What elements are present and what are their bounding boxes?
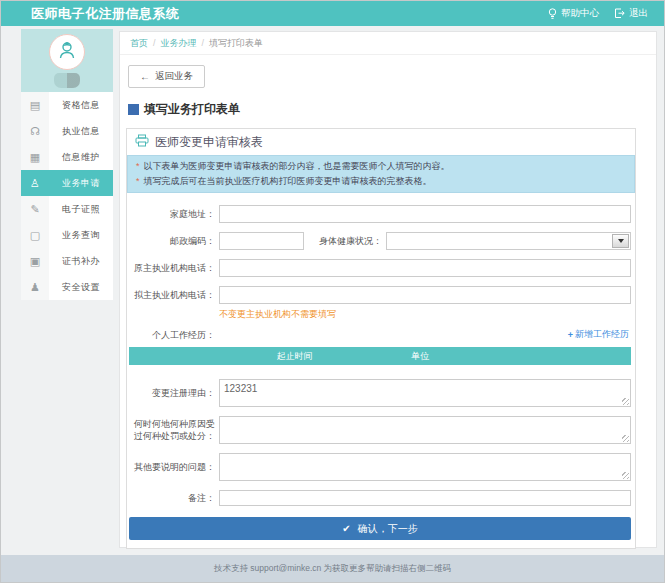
- footer-support-text: 技术支持 support@minke.cn 为获取更多帮助请扫描右侧二维码: [214, 563, 451, 575]
- notice-line: * 填写完成后可在当前执业医疗机构打印医师变更申请审核表的完整表格。: [136, 174, 626, 189]
- sidebar-item-business-query[interactable]: ▢ 业务查询: [21, 222, 113, 248]
- change-reason-textarea-wrap: 123231: [219, 379, 631, 407]
- column-header-period: 起止时间: [277, 347, 313, 365]
- remark-label: 备注：: [127, 492, 215, 504]
- back-to-business-button[interactable]: ← 返回业务: [128, 65, 205, 88]
- form-body: 家庭地址： 邮政编码： 身体健康状况： 原主执业机构电话： 拟主执业机: [127, 193, 635, 540]
- breadcrumb-home[interactable]: 首页: [130, 37, 148, 50]
- breadcrumb-separator: /: [202, 38, 205, 48]
- avatar-block: [21, 29, 113, 92]
- lightbulb-icon: [548, 8, 557, 20]
- person-icon: ♙: [21, 170, 49, 196]
- sidebar-item-qualification-info[interactable]: ▤ 资格信息: [21, 92, 113, 118]
- page-footer: 技术支持 support@minke.cn 为获取更多帮助请扫描右侧二维码: [1, 555, 664, 582]
- breadcrumb-business[interactable]: 业务办理: [161, 37, 197, 50]
- sidebar-item-label: 证书补办: [49, 248, 113, 274]
- home-address-input[interactable]: [219, 205, 631, 223]
- help-center-button[interactable]: 帮助中心: [548, 7, 599, 20]
- breadcrumb-current: 填写打印表单: [209, 37, 263, 50]
- new-org-phone-row: 拟主执业机构电话：: [127, 286, 631, 304]
- add-work-history-link[interactable]: + 新增工作经历: [568, 328, 629, 341]
- orig-org-phone-row: 原主执业机构电话：: [127, 259, 631, 277]
- work-history-label: 个人工作经历：: [127, 329, 215, 341]
- new-org-phone-hint-row: 不变更主执业机构不需要填写: [127, 308, 631, 321]
- main-content: 首页 / 业务办理 / 填写打印表单 ← 返回业务 填写业务打印表单 医师变更申…: [119, 31, 657, 548]
- printer-icon: [135, 134, 149, 150]
- confirm-next-button[interactable]: ✔ 确认，下一步: [129, 517, 631, 540]
- header-actions: 帮助中心 退出: [548, 1, 648, 26]
- change-application-form: 医师变更申请审核表 * 以下表单为医师变更申请审核表的部分内容，也是需要医师个人…: [126, 128, 636, 549]
- new-org-phone-input[interactable]: [219, 286, 631, 304]
- logout-label: 退出: [629, 7, 648, 20]
- new-org-phone-hint: 不变更主执业机构不需要填写: [219, 308, 336, 321]
- doctor-avatar-icon: [56, 39, 78, 65]
- document-icon: ▤: [21, 92, 49, 118]
- sidebar-item-security-settings[interactable]: ♟ 安全设置: [21, 274, 113, 300]
- add-work-history-label: 新增工作经历: [575, 328, 629, 341]
- punishment-row: 何时何地何种原因受过何种处罚或处分：: [127, 416, 631, 444]
- postal-health-row: 邮政编码： 身体健康状况：: [127, 232, 631, 250]
- notice-line: * 以下表单为医师变更申请审核表的部分内容，也是需要医师个人填写的内容。: [136, 159, 626, 174]
- sidebar-item-label: 信息维护: [49, 144, 113, 170]
- checkmark-icon: ✔: [342, 523, 350, 534]
- avatar: [49, 34, 85, 70]
- logout-button[interactable]: 退出: [614, 7, 648, 20]
- form-title-row: 医师变更申请审核表: [127, 129, 635, 155]
- punishment-label: 何时何地何种原因受过何种处罚或处分：: [127, 418, 215, 442]
- postal-code-label: 邮政编码：: [127, 235, 215, 247]
- card-icon: ▦: [21, 144, 49, 170]
- sidebar-item-label: 业务申请: [49, 170, 113, 196]
- breadcrumb: 首页 / 业务办理 / 填写打印表单: [120, 32, 656, 55]
- chat-bubble-icon: ▢: [21, 222, 49, 248]
- orig-org-phone-input[interactable]: [219, 259, 631, 277]
- blue-square-icon: [128, 104, 139, 115]
- sidebar-item-label: 安全设置: [49, 274, 113, 300]
- page-title: 填写业务打印表单: [128, 101, 656, 118]
- work-history-table-header: 起止时间 单位: [129, 347, 631, 365]
- notice-box: * 以下表单为医师变更申请审核表的部分内容，也是需要医师个人填写的内容。 * 填…: [127, 155, 635, 193]
- app-title: 医师电子化注册信息系统: [31, 5, 180, 23]
- dropdown-arrow-icon: [612, 234, 629, 248]
- change-reason-row: 变更注册理由： 123231: [127, 379, 631, 407]
- sidebar-item-business-application[interactable]: ♙ 业务申请: [21, 170, 113, 196]
- other-issues-textarea[interactable]: [219, 453, 631, 481]
- home-address-label: 家庭地址：: [127, 208, 215, 220]
- work-history-row: 个人工作经历： + 新增工作经历: [127, 328, 631, 341]
- column-header-unit: 单位: [411, 347, 429, 365]
- orig-org-phone-label: 原主执业机构电话：: [127, 262, 215, 274]
- remark-input[interactable]: [219, 490, 631, 506]
- page-title-text: 填写业务打印表单: [144, 101, 240, 118]
- punishment-textarea[interactable]: [219, 416, 631, 444]
- change-reason-label: 变更注册理由：: [127, 387, 215, 399]
- notice-text: 以下表单为医师变更申请审核表的部分内容，也是需要医师个人填写的内容。: [144, 159, 450, 174]
- health-status-label: 身体健康状况：: [304, 235, 382, 248]
- punishment-textarea-wrap: [219, 416, 631, 444]
- new-org-phone-label: 拟主执业机构电话：: [127, 289, 215, 301]
- form-title: 医师变更申请审核表: [155, 134, 263, 151]
- sidebar-item-e-certificate[interactable]: ✎ 电子证照: [21, 196, 113, 222]
- pencil-document-icon: ✎: [21, 196, 49, 222]
- sidebar-item-label: 执业信息: [49, 118, 113, 144]
- clipboard-icon: ▣: [21, 248, 49, 274]
- notice-text: 填写完成后可在当前执业医疗机构打印医师变更申请审核表的完整表格。: [144, 174, 432, 189]
- postal-code-input[interactable]: [219, 232, 304, 250]
- sidebar-item-label: 资格信息: [49, 92, 113, 118]
- sidebar-item-label: 业务查询: [49, 222, 113, 248]
- avatar-sub-thumbnail: [54, 73, 80, 88]
- remark-row: 备注：: [127, 490, 631, 506]
- help-center-label: 帮助中心: [561, 7, 599, 20]
- sidebar-item-practice-info[interactable]: ☊ 执业信息: [21, 118, 113, 144]
- other-issues-textarea-wrap: [219, 453, 631, 481]
- plus-icon: +: [568, 330, 573, 340]
- change-reason-textarea[interactable]: 123231: [219, 379, 631, 407]
- health-status-select[interactable]: [386, 232, 631, 250]
- app-window: 医师电子化注册信息系统 帮助中心 退出: [0, 0, 665, 583]
- sidebar: ▤ 资格信息 ☊ 执业信息 ▦ 信息维护 ♙ 业务申请 ✎ 电子证照 ▢ 业务查…: [21, 29, 113, 300]
- user-security-icon: ♟: [21, 274, 49, 300]
- other-issues-row: 其他要说明的问题：: [127, 453, 631, 481]
- home-address-row: 家庭地址：: [127, 205, 631, 223]
- back-button-label: 返回业务: [155, 70, 193, 83]
- sidebar-item-certificate-reissue[interactable]: ▣ 证书补办: [21, 248, 113, 274]
- sidebar-item-info-maintenance[interactable]: ▦ 信息维护: [21, 144, 113, 170]
- other-issues-label: 其他要说明的问题：: [127, 461, 215, 473]
